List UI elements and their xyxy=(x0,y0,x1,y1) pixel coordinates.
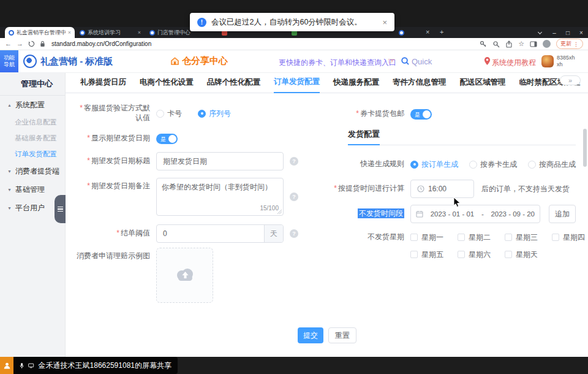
date-start[interactable]: 2023 - 01 - 01 xyxy=(431,210,475,218)
checkbox-sunday[interactable]: 星期天 xyxy=(505,250,545,260)
checkbox-saturday[interactable]: 星期六 xyxy=(458,250,497,260)
tab-overflow-button[interactable]: » xyxy=(560,75,581,85)
browser-tab[interactable] xyxy=(395,27,424,38)
window-maximize-button[interactable]: □ xyxy=(562,27,573,38)
browser-tab[interactable]: 系统培训学习 × xyxy=(76,27,145,38)
help-icon[interactable]: ? xyxy=(290,157,298,166)
sidebar-group-basic-management[interactable]: ▼ 基础管理 xyxy=(0,180,65,199)
sidebar-group-system-config[interactable]: ▲ 系统配置 xyxy=(0,96,65,114)
tab-ecommerce-personalization[interactable]: 电商个性化设置 xyxy=(140,72,194,93)
checkbox-tuesday[interactable]: 星期二 xyxy=(458,232,497,243)
radio-icon[interactable] xyxy=(156,110,164,118)
more-menu-icon[interactable]: ⋮ xyxy=(573,41,579,47)
tab-order-shipping-config[interactable]: 订单发货配置 xyxy=(274,72,320,93)
notification-close-icon[interactable]: × xyxy=(382,18,387,27)
no-ship-weekday-row-1: 不发货星期 星期一 星期二 星期三 星期四 xyxy=(300,232,588,243)
password-key-icon[interactable] xyxy=(480,40,487,48)
tab-close-icon[interactable]: × xyxy=(138,29,141,36)
input-wrap: 0 天 ? xyxy=(156,224,298,243)
browser-tab-active[interactable]: 礼盒营销平台管理中心 × xyxy=(5,27,75,38)
radio-serial-number[interactable]: 序列号 xyxy=(198,109,231,119)
back-icon[interactable]: ← xyxy=(5,40,12,47)
checkbox-thursday[interactable]: 星期四 xyxy=(552,232,588,243)
radio-by-order[interactable]: 按订单生成 xyxy=(410,159,458,170)
expected-date-remark-textarea[interactable]: 你希望的发货时间（非到货时间） 15/100 xyxy=(156,178,284,216)
field-label: 不发货时间段 xyxy=(300,209,404,219)
checkbox-icon[interactable] xyxy=(458,251,465,258)
expected-date-title-input[interactable]: 期望发货日期 xyxy=(156,152,284,170)
resize-handle-icon[interactable] xyxy=(277,210,282,214)
required-mark: * xyxy=(87,156,90,165)
textarea-wrap: 你希望的发货时间（非到货时间） 15/100 ? xyxy=(156,178,298,216)
field-label: 消费者申请理赔示例图 xyxy=(73,248,150,261)
checkbox-icon[interactable] xyxy=(410,251,418,258)
zoom-icon[interactable] xyxy=(492,40,500,48)
window-close-button[interactable]: × xyxy=(576,27,587,38)
bookmark-star-icon[interactable]: ☆ xyxy=(518,40,524,47)
checkbox-icon[interactable] xyxy=(505,251,512,258)
submit-button[interactable]: 提交 xyxy=(298,327,323,343)
side-panel-icon[interactable] xyxy=(530,40,537,48)
user-avatar[interactable] xyxy=(541,55,554,67)
radio-by-product[interactable]: 按商品生成 xyxy=(528,159,576,170)
radio-by-coupon-card[interactable]: 按券卡生成 xyxy=(469,159,517,170)
microphone-icon[interactable] xyxy=(20,362,24,370)
show-expected-date-toggle[interactable]: 是 xyxy=(156,134,178,144)
verify-method-row: *客服提货验证方式默认值 卡号 序列号 xyxy=(73,107,231,120)
share-icon[interactable] xyxy=(505,40,513,48)
site-favicon xyxy=(80,30,85,36)
settlement-threshold-input[interactable]: 0 天 xyxy=(156,224,284,243)
sidebar-item-order-shipping-config[interactable]: 订单发货配置 xyxy=(0,146,65,162)
radio-icon[interactable] xyxy=(528,161,536,169)
function-nav-button[interactable]: 功能 导航 xyxy=(0,50,18,72)
tab-sender-info-management[interactable]: 寄件方信息管理 xyxy=(393,72,447,93)
sidebar-item-basic-service[interactable]: 基础服务配置 xyxy=(0,130,65,146)
image-upload-dropzone[interactable] xyxy=(156,248,213,303)
browser-profile-avatar[interactable] xyxy=(543,40,551,48)
sidebar-collapse-handle[interactable] xyxy=(55,195,66,223)
checkbox-icon[interactable] xyxy=(458,234,465,241)
url-text[interactable]: standard.maboy.cn/OrdConfiguration xyxy=(51,40,151,47)
checkbox-monday[interactable]: 星期一 xyxy=(410,232,450,243)
new-tab-button[interactable]: + xyxy=(440,28,443,36)
append-button[interactable]: 追加 xyxy=(549,205,576,223)
refresh-icon[interactable] xyxy=(28,40,35,47)
tab-express-service-config[interactable]: 快递服务配置 xyxy=(333,72,379,93)
screen-share-text: 金禾通技术王斌18662591081的屏幕共享 xyxy=(39,361,172,371)
tab-close-icon[interactable]: × xyxy=(68,29,71,36)
free-shipping-toggle[interactable]: 是 xyxy=(410,109,432,120)
sidebar-item-enterprise-info[interactable]: 企业信息配置 xyxy=(0,114,65,130)
screen-icon[interactable] xyxy=(28,362,34,369)
checkbox-icon[interactable] xyxy=(552,234,559,241)
reset-button[interactable]: 重置 xyxy=(328,327,356,343)
date-range-picker[interactable]: 2023 - 01 - 01 - 2023 - 09 - 20 xyxy=(410,205,540,223)
time-picker-input[interactable]: 16:00 xyxy=(410,180,474,198)
radio-card-number[interactable]: 卡号 xyxy=(156,109,182,119)
tab-brand-personalization[interactable]: 品牌个性化配置 xyxy=(207,72,261,93)
quick-search-icon[interactable] xyxy=(401,56,410,66)
warehouse-share-center-link[interactable]: 仓分享中心 xyxy=(170,55,228,67)
tab-delivery-region-management[interactable]: 配送区域管理 xyxy=(460,72,506,93)
tab-close-icon[interactable]: × xyxy=(426,28,429,36)
quick-search-label[interactable]: Quick xyxy=(412,57,432,66)
scrollbar-thumb[interactable] xyxy=(583,129,587,167)
sidebar: 管理中心 ▲ 系统配置 企业信息配置 基础服务配置 订单发货配置 ▼ 消费者提货… xyxy=(0,72,66,357)
checkbox-friday[interactable]: 星期五 xyxy=(410,250,450,260)
help-icon[interactable]: ? xyxy=(290,193,298,201)
checkbox-icon[interactable] xyxy=(505,234,512,241)
checkbox-icon[interactable] xyxy=(410,234,418,241)
sidebar-group-consumer-pickup[interactable]: ▼ 消费者提货端 xyxy=(0,162,65,180)
forward-icon[interactable]: → xyxy=(17,40,23,47)
date-end[interactable]: 2023 - 09 - 20 xyxy=(491,210,535,218)
radio-icon[interactable] xyxy=(469,161,477,169)
browser-update-button[interactable]: 更新 ⋮ xyxy=(556,39,583,49)
sidebar-title: 管理中心 xyxy=(21,78,65,90)
radio-checked-icon[interactable] xyxy=(410,161,418,169)
window-minimize-button[interactable]: – xyxy=(549,27,560,38)
window-menu-button[interactable] xyxy=(534,27,545,38)
checkbox-wednesday[interactable]: 星期三 xyxy=(505,232,545,243)
radio-checked-icon[interactable] xyxy=(198,110,206,118)
help-icon[interactable]: ? xyxy=(290,229,298,238)
tab-coupon-pickup-calendar[interactable]: 礼券提货日历 xyxy=(80,72,126,93)
system-tutorial-link[interactable]: 系统使用教程 xyxy=(492,58,536,68)
